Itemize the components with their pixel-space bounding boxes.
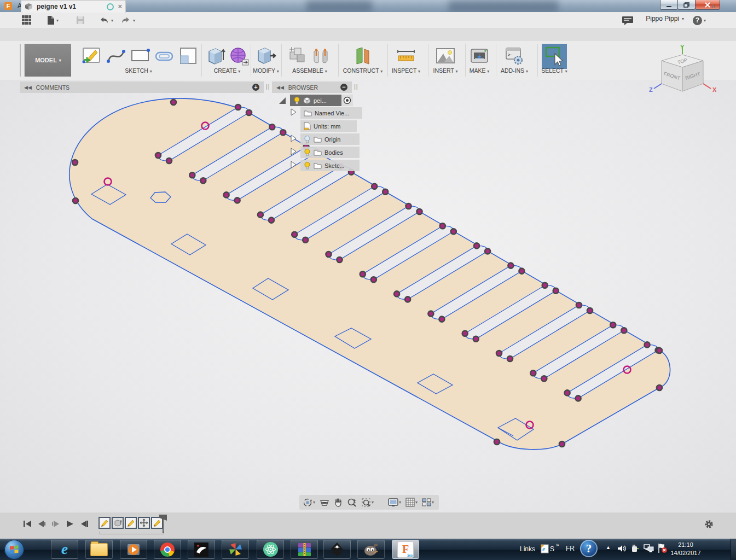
sketch-endpoint[interactable] — [406, 203, 412, 209]
timeline-feature-sketch[interactable] — [125, 517, 137, 529]
sketch-endpoint[interactable] — [72, 160, 78, 165]
sketch-endpoint[interactable] — [559, 441, 565, 447]
modeling-canvas[interactable]: ◀◀ COMMENTS + || ◀◀ BROWSER − || pei... … — [0, 80, 736, 512]
tray-help-orb[interactable]: ? — [580, 540, 598, 557]
comments-grip[interactable]: || — [266, 83, 270, 90]
sketch-endpoint[interactable] — [292, 232, 297, 237]
sketch-endpoint[interactable] — [507, 356, 513, 361]
sketch-endpoint[interactable] — [171, 100, 176, 105]
collapse-toolbar-chevron[interactable]: ˄ — [711, 3, 715, 10]
ribbon-group-insert[interactable]: INSERT ▾ — [424, 67, 467, 74]
document-tab[interactable]: peigne v1 v1 × — [21, 0, 126, 13]
sketch-endpoint[interactable] — [360, 271, 366, 277]
timeline-go-to-end-button[interactable] — [78, 517, 91, 530]
new-component-button[interactable] — [287, 45, 309, 67]
insert-image-button[interactable] — [434, 45, 456, 67]
sketch-endpoint[interactable] — [405, 296, 410, 302]
browser-row-root[interactable]: pei... — [290, 95, 347, 106]
fit-button[interactable]: ▾ — [360, 495, 375, 509]
taskbar-inkscape[interactable] — [323, 540, 351, 559]
activate-component-radio[interactable] — [341, 95, 353, 106]
collapse-comments-icon[interactable]: ◀◀ — [24, 85, 32, 90]
viewports-button[interactable]: ▾ — [420, 495, 436, 509]
help-menu[interactable]: ? ▾ — [693, 15, 706, 26]
expand-triangle[interactable] — [290, 135, 297, 142]
file-menu-button[interactable]: ▾ — [47, 15, 59, 26]
browser-panel-bar[interactable]: ◀◀ BROWSER − — [272, 81, 352, 93]
settings-gear-icon[interactable] — [704, 519, 714, 529]
comments-panel-bar[interactable]: ◀◀ COMMENTS + — [20, 81, 264, 93]
sketch-endpoint[interactable] — [576, 395, 581, 401]
device-eject-icon[interactable] — [630, 544, 640, 553]
browser-row-origin[interactable]: Origin — [300, 133, 360, 145]
sketch-endpoint[interactable] — [428, 311, 433, 317]
taskbar-internet-explorer[interactable]: e — [51, 540, 78, 559]
sketch-endpoint[interactable] — [657, 348, 662, 353]
sketch-endpoint[interactable] — [337, 257, 343, 262]
sketch-endpoint[interactable] — [235, 104, 241, 110]
rectangle-button[interactable] — [129, 45, 151, 67]
sketch-endpoint[interactable] — [451, 229, 456, 234]
sketch-endpoint[interactable] — [303, 237, 308, 243]
measure-button[interactable] — [395, 45, 417, 67]
tab-close-icon[interactable]: × — [118, 4, 122, 9]
browser-row-bodies[interactable]: Bodies — [300, 147, 360, 158]
sketch-endpoint[interactable] — [530, 370, 536, 376]
links-overflow-item[interactable]: S — [550, 545, 554, 553]
sketch-endpoint[interactable] — [269, 124, 275, 130]
view-cube[interactable]: Y TOP FRONT RIGHT Z X — [648, 43, 731, 108]
root-expand-triangle[interactable] — [279, 97, 286, 104]
construct-plane-button[interactable] — [351, 45, 373, 67]
sketch-endpoint[interactable] — [576, 302, 582, 308]
save-button[interactable] — [76, 15, 85, 26]
redo-button[interactable]: ▾ — [120, 15, 135, 26]
taskbar-media-player[interactable] — [120, 540, 147, 559]
timeline-feature-move[interactable] — [138, 517, 150, 529]
sketch-endpoint[interactable] — [542, 283, 548, 288]
browser-row-units[interactable]: Units: mm — [300, 120, 357, 132]
project-button[interactable] — [177, 45, 199, 67]
links-ie-icon[interactable]: e — [540, 544, 549, 553]
timeline-feature-sketch[interactable] — [98, 517, 111, 529]
sketch-endpoint[interactable] — [383, 189, 388, 195]
show-hidden-icons[interactable]: ▲ — [606, 545, 611, 550]
visibility-bulb-icon[interactable] — [304, 161, 311, 170]
volume-icon[interactable] — [617, 544, 627, 553]
sketch-endpoint[interactable] — [508, 263, 513, 269]
taskbar-file-explorer[interactable] — [85, 540, 113, 559]
sketch-endpoint[interactable] — [166, 158, 172, 164]
timeline-step-back-button[interactable] — [35, 517, 48, 530]
sketch-endpoint[interactable] — [587, 308, 593, 313]
taskbar-chrome[interactable] — [154, 540, 181, 559]
taskbar-gimp[interactable] — [357, 540, 385, 559]
app-grid-button[interactable] — [22, 15, 32, 26]
sketch-endpoint[interactable] — [189, 172, 195, 178]
network-icon[interactable] — [644, 544, 654, 553]
sketch-endpoint[interactable] — [155, 153, 161, 158]
sketch-endpoint[interactable] — [246, 110, 252, 115]
orbit-button[interactable]: ▾ — [301, 495, 317, 509]
select-button[interactable] — [542, 44, 567, 69]
close-button[interactable] — [695, 0, 720, 10]
spline-button[interactable] — [105, 45, 127, 67]
browser-row-named-views[interactable]: Named Vie... — [300, 107, 362, 119]
ribbon-group-make[interactable]: MAKE ▾ — [463, 67, 496, 74]
sketch-endpoint[interactable] — [73, 198, 78, 203]
collapse-browser-icon[interactable]: ◀◀ — [276, 85, 284, 90]
taskbar-fusion-360[interactable]: F 360 — [392, 540, 419, 559]
sketch-endpoint[interactable] — [440, 223, 445, 229]
sketch-endpoint[interactable] — [235, 197, 240, 203]
sketch-endpoint[interactable] — [224, 192, 229, 197]
timeline-step-forward-button[interactable] — [49, 517, 62, 530]
pan-button[interactable] — [332, 495, 344, 509]
sketch-endpoint[interactable] — [462, 331, 468, 336]
visibility-bulb-icon[interactable] — [293, 96, 300, 104]
ribbon-group-sketch[interactable]: SKETCH ▾ — [103, 67, 174, 74]
minimize-button[interactable] — [660, 0, 678, 10]
sketch-endpoint[interactable] — [565, 390, 570, 395]
expand-triangle[interactable] — [290, 161, 297, 168]
undo-button[interactable]: ▾ — [98, 15, 113, 26]
sketch-endpoint[interactable] — [474, 243, 479, 248]
workspace-selector[interactable]: MODEL ▾ — [25, 44, 71, 77]
links-toolbar[interactable]: Links — [520, 545, 535, 553]
